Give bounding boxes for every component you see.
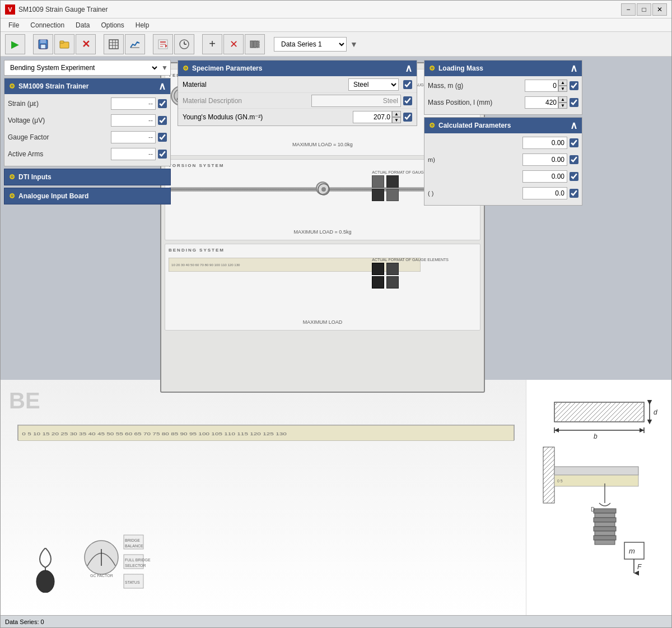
youngs-up-btn[interactable]: ▲	[392, 111, 401, 117]
calc-input-3[interactable]	[522, 187, 567, 199]
svg-rect-62	[595, 522, 615, 527]
svg-text:m: m	[629, 547, 635, 555]
app-icon: V	[5, 4, 15, 15]
material-desc-input[interactable]	[311, 95, 401, 107]
calc-checkbox-0[interactable]	[570, 138, 578, 147]
mass-pos-down-btn[interactable]: ▼	[558, 103, 567, 109]
loading-mass-collapse[interactable]: ∧	[570, 62, 577, 75]
menu-options[interactable]: Options	[95, 20, 129, 30]
material-desc-row: Material Description	[178, 93, 417, 109]
mass-input[interactable]	[525, 80, 558, 92]
data-series-select[interactable]: Data Series 1	[274, 37, 347, 52]
maximize-button[interactable]: □	[637, 3, 651, 16]
calc-input-0[interactable]	[522, 137, 567, 149]
torsion-max-load: MAXIMUM LOAD = 0.5kg	[169, 229, 477, 235]
svg-text:D: D	[591, 506, 595, 513]
save-button[interactable]	[33, 34, 53, 54]
calculated-collapse[interactable]: ∧	[570, 119, 577, 132]
voltage-input[interactable]	[111, 114, 156, 127]
experiment-dropdown-icon: ▼	[159, 64, 170, 72]
calc-checkbox-1[interactable]	[570, 155, 578, 164]
calc-row-1: m)	[428, 152, 578, 167]
dti-inputs-header[interactable]: ⚙ DTI Inputs	[4, 169, 170, 185]
chart-button[interactable]	[125, 34, 145, 54]
strain-input[interactable]	[111, 97, 156, 110]
youngs-checkbox[interactable]	[403, 113, 412, 122]
stop-button[interactable]: ✕	[76, 34, 96, 54]
material-label: Material	[183, 81, 348, 89]
bending-gauge-elements: ACTUAL FORMAT OF GAUGE ELEMENTS	[372, 258, 449, 289]
gear-icon-analogue: ⚙	[9, 192, 15, 200]
toolbar: ▶ ✕	[1, 32, 671, 57]
calc-input-2[interactable]	[522, 170, 567, 183]
analogue-input-header[interactable]: ⚙ Analogue Input Board	[4, 188, 170, 204]
calc-label-1: m)	[428, 156, 522, 163]
mass-down-btn[interactable]: ▼	[558, 86, 567, 92]
svg-rect-21	[254, 41, 256, 48]
menu-file[interactable]: File	[3, 20, 25, 30]
gear-icon-calc: ⚙	[429, 122, 435, 129]
material-select-group: Steel Aluminium Brass	[348, 78, 412, 91]
svg-rect-66	[595, 540, 615, 545]
strain-trainer-collapse[interactable]: ∧	[158, 80, 166, 92]
columns-button[interactable]	[245, 34, 265, 54]
loading-mass-body: Mass, m (g) ▲ ▼ Mass Position, l (mm)	[424, 76, 582, 114]
data-series-dropdown-icon: ▼	[350, 40, 358, 49]
calc-row-0	[428, 136, 578, 150]
svg-text:10 20 30 40 50 60 70 80 90 100: 10 20 30 40 50 60 70 80 90 100 110 120 1…	[171, 263, 240, 267]
add-data-button[interactable]: +	[202, 34, 222, 54]
youngs-input[interactable]	[353, 111, 392, 123]
calculated-panel: ⚙ Calculated Parameters ∧ m)	[424, 117, 582, 206]
material-dropdown[interactable]: Steel Aluminium Brass	[348, 78, 399, 91]
active-arms-label: Active Arms	[8, 150, 111, 158]
mass-up-btn[interactable]: ▲	[558, 80, 567, 86]
mass-pos-checkbox[interactable]	[570, 98, 578, 107]
mass-pos-spinner-btns: ▲ ▼	[558, 96, 567, 109]
calc-input-1[interactable]	[522, 153, 567, 166]
mass-pos-up-btn[interactable]: ▲	[558, 96, 567, 103]
dti-title: DTI Inputs	[18, 173, 52, 181]
minimize-button[interactable]: −	[621, 3, 636, 16]
gauge-factor-checkbox[interactable]	[158, 133, 167, 142]
svg-rect-22	[257, 41, 259, 48]
svg-text:BALANCE: BALANCE	[125, 544, 143, 548]
play-button[interactable]: ▶	[5, 34, 25, 54]
close-button[interactable]: ✕	[652, 3, 667, 16]
mass-pos-input[interactable]	[525, 96, 558, 109]
material-desc-checkbox[interactable]	[403, 96, 412, 105]
menu-connection[interactable]: Connection	[25, 20, 70, 30]
calc-checkbox-3[interactable]	[570, 189, 578, 198]
status-text: Data Series: 0	[5, 618, 44, 625]
delete-data-button[interactable]: ✕	[223, 34, 244, 54]
strain-trainer-body: Strain (με) Voltage (μV) Gauge Factor	[4, 94, 170, 166]
menu-data[interactable]: Data	[70, 20, 95, 30]
specimen-collapse[interactable]: ∧	[405, 62, 412, 75]
clock-button[interactable]	[174, 34, 194, 54]
calc-row-3: ( )	[428, 186, 578, 201]
menu-help[interactable]: Help	[130, 20, 155, 30]
toolbar-group-edit	[153, 34, 194, 54]
voltage-checkbox[interactable]	[158, 116, 167, 125]
right-panel: ⚙ Loading Mass ∧ Mass, m (g) ▲ ▼	[421, 57, 586, 209]
gauge-factor-input[interactable]	[111, 131, 156, 143]
diagram-left: BE 0 5 10 15 20 25 30 35 40 45 50 55 60 …	[1, 380, 526, 615]
gear-icon-strain: ⚙	[9, 82, 15, 90]
table-button[interactable]	[104, 34, 124, 54]
svg-text:BRIDGE: BRIDGE	[125, 538, 140, 542]
loading-mass-panel: ⚙ Loading Mass ∧ Mass, m (g) ▲ ▼	[424, 60, 582, 115]
open-button[interactable]	[54, 34, 74, 54]
youngs-label: Young's Modulus (GN.m⁻²)	[183, 113, 353, 121]
active-arms-checkbox[interactable]	[158, 150, 167, 159]
gear-icon-dti: ⚙	[9, 173, 15, 181]
experiment-select[interactable]: Bending System Experiment	[4, 62, 159, 73]
youngs-down-btn[interactable]: ▼	[392, 117, 401, 123]
specimen-panel: ⚙ Specimen Parameters ∧ Material Steel A…	[178, 60, 417, 126]
calc-checkbox-2[interactable]	[570, 172, 578, 181]
mass-checkbox[interactable]	[570, 81, 578, 90]
edit-button[interactable]	[153, 34, 173, 54]
active-arms-input[interactable]	[111, 148, 156, 160]
material-checkbox[interactable]	[403, 80, 412, 89]
toolbar-group-view	[104, 34, 145, 54]
strain-checkbox[interactable]	[158, 99, 167, 108]
status-bar: Data Series: 0	[1, 615, 671, 627]
